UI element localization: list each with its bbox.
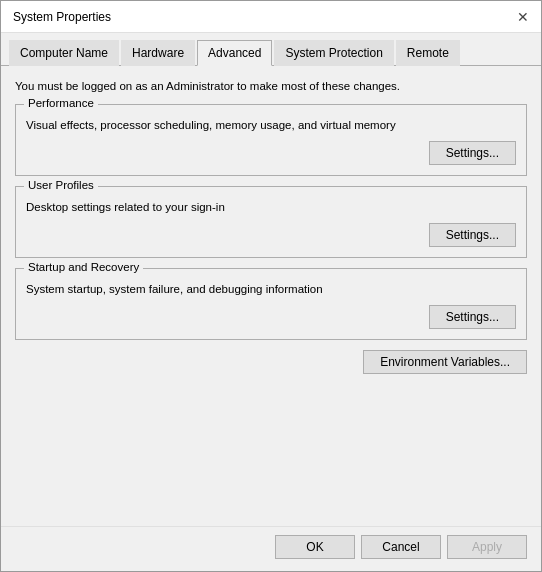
user-profiles-group-label: User Profiles — [24, 179, 98, 191]
tab-system-protection[interactable]: System Protection — [274, 40, 393, 66]
user-profiles-settings-button[interactable]: Settings... — [429, 223, 516, 247]
performance-group: Performance Visual effects, processor sc… — [15, 104, 527, 176]
startup-recovery-group-label: Startup and Recovery — [24, 261, 143, 273]
bottom-buttons: OK Cancel Apply — [1, 526, 541, 571]
startup-recovery-group: Startup and Recovery System startup, sys… — [15, 268, 527, 340]
env-variables-row: Environment Variables... — [15, 350, 527, 374]
cancel-button[interactable]: Cancel — [361, 535, 441, 559]
tab-advanced[interactable]: Advanced — [197, 40, 272, 66]
apply-button[interactable]: Apply — [447, 535, 527, 559]
user-profiles-description: Desktop settings related to your sign-in — [26, 199, 516, 215]
tab-remote[interactable]: Remote — [396, 40, 460, 66]
startup-recovery-description: System startup, system failure, and debu… — [26, 281, 516, 297]
performance-description: Visual effects, processor scheduling, me… — [26, 117, 516, 133]
startup-recovery-settings-button[interactable]: Settings... — [429, 305, 516, 329]
environment-variables-button[interactable]: Environment Variables... — [363, 350, 527, 374]
admin-notice: You must be logged on as an Administrato… — [15, 78, 527, 94]
performance-group-label: Performance — [24, 97, 98, 109]
title-bar: System Properties ✕ — [1, 1, 541, 33]
performance-settings-button[interactable]: Settings... — [429, 141, 516, 165]
ok-button[interactable]: OK — [275, 535, 355, 559]
user-profiles-group: User Profiles Desktop settings related t… — [15, 186, 527, 258]
system-properties-window: System Properties ✕ Computer Name Hardwa… — [0, 0, 542, 572]
window-title: System Properties — [13, 10, 111, 24]
tab-computer-name[interactable]: Computer Name — [9, 40, 119, 66]
tab-bar: Computer Name Hardware Advanced System P… — [1, 33, 541, 66]
tab-content: You must be logged on as an Administrato… — [1, 66, 541, 526]
tab-hardware[interactable]: Hardware — [121, 40, 195, 66]
close-button[interactable]: ✕ — [513, 7, 533, 27]
